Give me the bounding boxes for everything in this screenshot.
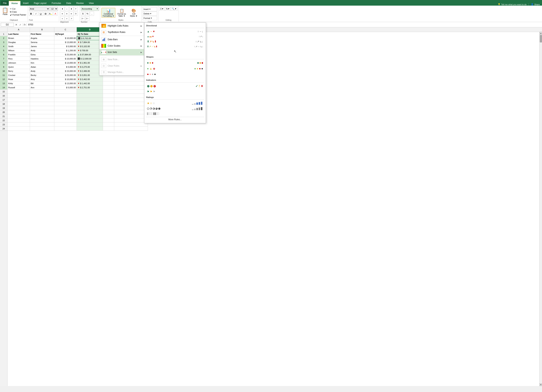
increase-decimal-button[interactable]: .0→ (81, 16, 85, 21)
cell-a1[interactable]: Last Name (7, 32, 30, 36)
icon-set-4circles-traffic[interactable]: ● ● ● ● (146, 72, 157, 77)
icon-set-5bars-colored[interactable] (191, 101, 204, 106)
cell-d10[interactable]: ▼$ 2,486.00 (77, 69, 103, 73)
cell-c4[interactable]: $ 5,000.00 (54, 44, 77, 48)
bold-button[interactable]: B (29, 12, 33, 16)
cell-a8[interactable]: Johnson (7, 61, 30, 65)
italic-button[interactable]: I (34, 12, 38, 16)
fill-color-button[interactable]: A▬ (49, 12, 53, 16)
cell-d1[interactable]: 3Q To Date (77, 32, 103, 36)
cell-c8[interactable]: $ 13,000.00 (54, 61, 77, 65)
cell-a9[interactable]: Quinn (7, 65, 30, 69)
cell-a2[interactable]: Brown (7, 36, 30, 40)
font-size-select[interactable]: 12 (50, 7, 58, 11)
insert-button[interactable]: Insert▼ (143, 7, 157, 11)
row-header-16[interactable]: 16 (0, 94, 7, 98)
menu-item-iconsets[interactable]: ▲—▼ Icon Sets ▶ (99, 49, 144, 55)
font-color-button[interactable]: A (53, 12, 58, 16)
icon-set-4arrows-colored[interactable]: ⬆ ↗ ↘ ⬇ (146, 39, 158, 44)
underline-button[interactable]: U (39, 12, 43, 16)
row-header-3[interactable]: 3 (0, 40, 7, 44)
cell-a3[interactable]: Douglas (7, 40, 30, 44)
icon-set-3triangles-gray[interactable]: ↑ ↗ ↓ (198, 34, 204, 38)
icon-set-5arrows-gray[interactable]: ↑ ↗ → ↘ ↓ (193, 44, 204, 49)
tab-home[interactable]: Home (9, 1, 20, 6)
tell-me-box[interactable]: 💡 Tell me what you want to do (496, 3, 529, 6)
row-header-9[interactable]: 9 (0, 65, 7, 69)
row-header-21[interactable]: 21 (0, 114, 7, 118)
sort-filter-button[interactable]: ⇅▼ (165, 7, 171, 11)
cell-d7[interactable]: ⬛$ 12,000.00 (77, 57, 103, 61)
tab-page-layout[interactable]: Page Layout (31, 1, 49, 6)
icon-set-3indicators-nocircle[interactable]: ✓ ! ✕ (194, 84, 204, 89)
cell-b1[interactable]: First Name (30, 32, 54, 36)
row-header-19[interactable]: 19 (0, 106, 7, 110)
paste-button[interactable]: 📋 Paste (1, 7, 9, 16)
menu-item-highlight[interactable]: ▤ Highlight Cells Rules ▶ (99, 23, 144, 29)
icon-set-4boxes[interactable] (146, 112, 162, 116)
name-box[interactable] (1, 23, 14, 26)
cell-c5[interactable]: $ 1,200.00 (54, 48, 77, 53)
cell-d8[interactable]: ▼$ 1,961.00 (77, 61, 103, 65)
align-center-button[interactable]: ≡ (65, 12, 69, 16)
tab-file[interactable]: File (1, 1, 9, 6)
cell-c9[interactable]: $ 5,000.00 (54, 65, 77, 69)
more-rules-link[interactable]: More Rules... (146, 117, 204, 122)
cell-d4[interactable]: ▼$ 5,102.00 (77, 44, 103, 48)
format-button[interactable]: Format▼ (143, 16, 157, 20)
cell-d9[interactable]: ▼$ 3,275.00 (77, 65, 103, 69)
cell-c10[interactable]: $ 15,000.00 (54, 69, 77, 73)
align-right-button[interactable]: ≡ (69, 12, 73, 16)
cell-b6[interactable]: Edna (30, 53, 54, 57)
share-button[interactable]: 👤 Share (529, 3, 542, 6)
border-button[interactable]: ⊞ (44, 12, 48, 16)
cell-b13[interactable]: Bill (30, 81, 54, 85)
cell-d6[interactable]: ▲$ 37,884.00 (77, 53, 103, 57)
row-header-2[interactable]: 2 (0, 36, 7, 40)
cell-b8[interactable]: Kim (30, 61, 54, 65)
formula-bar-check[interactable]: ✓ (19, 23, 22, 26)
cell-a5[interactable]: Wilson (7, 48, 30, 53)
cell-c14[interactable]: $ 5,000.00 (54, 85, 77, 90)
cell-e14[interactable] (103, 85, 114, 90)
align-top-button[interactable]: ⬆ (60, 7, 64, 11)
find-select-button[interactable]: 🔍▼ (171, 7, 178, 11)
icon-set-4quarters[interactable] (146, 107, 162, 111)
cell-b3[interactable]: Serena (30, 40, 54, 44)
cell-b10[interactable]: Andy (30, 69, 54, 73)
row-header-6[interactable]: 6 (0, 53, 7, 57)
cell-a13[interactable]: Kirby (7, 81, 30, 85)
format-as-table-button[interactable]: 📋 Format as Table ▼ (116, 8, 127, 17)
number-format-dropdown[interactable]: Accounting ▼ (81, 7, 99, 11)
cut-button[interactable]: ✂ Cut (10, 7, 27, 10)
col-header-b[interactable]: B (30, 27, 54, 32)
conditional-formatting-button[interactable]: 📊 Conditional Formatting ▼ (102, 8, 115, 18)
row-header-18[interactable]: 18 (0, 102, 7, 106)
tab-data[interactable]: Data (64, 1, 74, 6)
icon-set-3circles-light[interactable]: ● ▲ ◆ (146, 66, 156, 71)
icon-set-3circles-with-border[interactable]: ● ● ● ● (193, 66, 204, 71)
cell-c11[interactable]: $ 25,000.00 (54, 73, 77, 77)
row-header-13[interactable]: 13 (0, 81, 7, 85)
row-header-11[interactable]: 11 (0, 73, 7, 77)
cell-d3[interactable]: ▼$ 7,884.00 (77, 40, 103, 44)
cell-b2[interactable]: Angela (30, 36, 54, 40)
row-header-8[interactable]: 8 (0, 61, 7, 65)
row-header-15[interactable]: 15 (0, 90, 7, 94)
tab-view[interactable]: View (86, 1, 96, 6)
cell-d5[interactable]: ▼$ 700.00 (77, 48, 103, 53)
delete-button[interactable]: Delete▼ (143, 12, 157, 16)
col-header-a[interactable]: A (7, 27, 30, 32)
menu-item-clearrules[interactable]: ⊡ Clear Rules ▶ (99, 63, 144, 69)
icon-set-4arrows-gray[interactable]: ↑ ↗ ↘ ↓ (194, 39, 204, 44)
align-bottom-button[interactable]: ⬇ (69, 7, 73, 11)
cell-d12[interactable]: ▼$ 3,462.00 (77, 77, 103, 81)
tab-review[interactable]: Review (74, 1, 86, 6)
vertical-scrollbar[interactable]: ▲ ▼ (539, 32, 542, 386)
cell-c6[interactable]: $ 25,000.00 (54, 53, 77, 57)
icon-set-5arrows-colored[interactable]: ⬆ ↗ → ↘ ⬇ (146, 44, 159, 49)
indent-decrease-button[interactable]: « (60, 16, 64, 21)
menu-item-newrule[interactable]: ⊞ New Rule... (99, 56, 144, 63)
cell-c3[interactable]: $ 13,000.00 (54, 40, 77, 44)
cell-a11[interactable]: Crocker (7, 73, 30, 77)
